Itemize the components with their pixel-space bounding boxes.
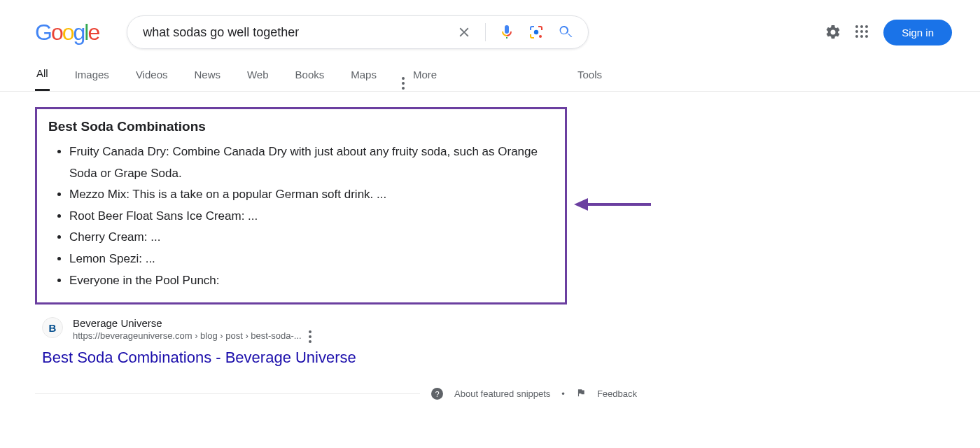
result-title-link[interactable]: Best Soda Combinations - Beverage Univer…: [35, 349, 644, 367]
google-logo[interactable]: Google: [35, 20, 99, 46]
list-item: Mezzo Mix: This is a take on a popular G…: [69, 184, 551, 206]
tab-more[interactable]: More: [412, 69, 438, 90]
feedback-link[interactable]: Feedback: [597, 388, 637, 399]
list-item: Root Beer Float Sans Ice Cream: ...: [69, 206, 551, 227]
result-source-url: https://beverageuniverse.com › blog › po…: [73, 330, 312, 343]
divider: [485, 23, 486, 41]
apps-grid-icon[interactable]: [854, 24, 871, 41]
annotation-arrow: [574, 195, 651, 214]
clear-icon[interactable]: [456, 24, 472, 41]
mic-icon[interactable]: [498, 24, 515, 41]
list-item: Lemon Spezi: ...: [69, 248, 551, 270]
tab-web[interactable]: Web: [246, 69, 270, 90]
result-favicon: B: [42, 317, 63, 338]
svg-point-0: [534, 30, 538, 34]
search-icon[interactable]: [557, 24, 574, 41]
svg-point-1: [539, 35, 542, 38]
separator-dot: •: [561, 388, 565, 399]
tab-maps[interactable]: Maps: [349, 69, 378, 90]
snippet-list: Fruity Canada Dry: Combine Canada Dry wi…: [48, 141, 551, 291]
more-dots-icon: [402, 69, 405, 90]
settings-gear-icon[interactable]: [825, 24, 841, 41]
tab-videos[interactable]: Videos: [134, 69, 169, 90]
lens-icon[interactable]: [528, 24, 545, 41]
divider-line: [35, 393, 420, 394]
search-tabs: All Images Videos News Web Books Maps Mo…: [0, 53, 980, 92]
tab-books[interactable]: Books: [294, 69, 326, 90]
tab-all[interactable]: All: [35, 67, 50, 91]
list-item: Everyone in the Pool Punch:: [69, 270, 551, 292]
tools-button[interactable]: Tools: [578, 69, 602, 90]
search-box[interactable]: [127, 15, 589, 49]
result-source-name: Beverage Universe: [73, 317, 312, 329]
list-item: Fruity Canada Dry: Combine Canada Dry wi…: [69, 141, 551, 184]
help-icon[interactable]: ?: [431, 388, 443, 400]
about-featured-snippets-link[interactable]: About featured snippets: [454, 388, 550, 399]
snippet-title: Best Soda Combinations: [48, 119, 551, 134]
sign-in-button[interactable]: Sign in: [883, 20, 952, 46]
result-options-icon[interactable]: [309, 330, 312, 343]
feedback-flag-icon: [576, 388, 586, 400]
svg-marker-3: [574, 198, 588, 211]
featured-snippet: Best Soda Combinations Fruity Canada Dry…: [35, 107, 567, 304]
tab-news[interactable]: News: [192, 69, 222, 90]
tab-images[interactable]: Images: [74, 69, 111, 90]
search-input[interactable]: [143, 25, 456, 40]
list-item: Cherry Cream: ...: [69, 227, 551, 248]
